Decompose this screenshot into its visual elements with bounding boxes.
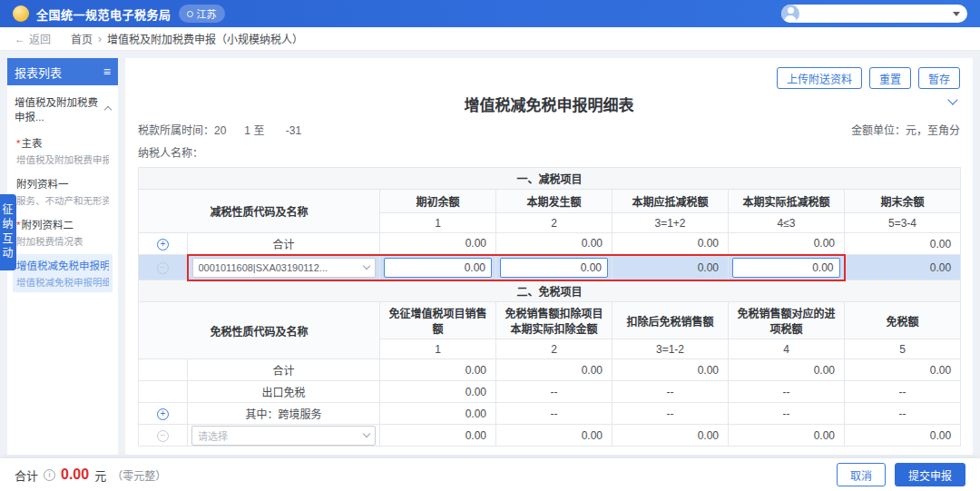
sidebar-body: 增值税及附加税费申报... *主表 增值税及附加税费申报表 附列资料一 服务、不…	[7, 85, 118, 302]
section-title: 二、免税项目	[139, 280, 961, 302]
column-header: 免税销售额扣除项目本期实际扣除金额	[496, 302, 612, 339]
tax-period: 税款所属时间：20 1 至 -31	[138, 122, 301, 137]
sidebar-toggle-icon[interactable]	[103, 64, 111, 79]
toolbar: 上传附送资料 重置 暂存	[138, 67, 960, 89]
table-cell: --	[612, 403, 729, 425]
table-cell: 0.00	[496, 233, 612, 255]
exemption-export-row: 出口免税 0.00 -- -- -- --	[139, 381, 961, 403]
ending-balance-cell: 0.00	[845, 255, 961, 280]
user-account-selector[interactable]	[781, 5, 967, 23]
table-cell: --	[845, 403, 961, 425]
table-cell: 0.00	[496, 425, 612, 447]
table-cell: --	[496, 403, 612, 425]
collapse-row-icon[interactable]: −	[157, 262, 169, 274]
table-cell: 0.00	[729, 425, 845, 447]
location-pin-icon	[187, 11, 193, 17]
footer-total: 合计 0.00 元 （零元整）	[15, 466, 166, 484]
exemption-name-header: 免税性质代码及名称	[139, 302, 380, 359]
table-cell: 0.00	[380, 233, 496, 255]
table-cell: --	[845, 381, 961, 403]
tax-period-value: 20 1 至 -31	[214, 124, 301, 137]
sidebar-item-appendix-1[interactable]: 附列资料一 服务、不动产和无形资产扣.	[13, 172, 113, 211]
column-index: 2	[496, 339, 612, 359]
cancel-button[interactable]: 取消	[837, 463, 886, 486]
footer-total-value: 0.00	[61, 466, 89, 483]
select-placeholder: 请选择	[198, 428, 228, 443]
exemption-header-row: 免税性质代码及名称 免征增值税项目销售额 免税销售额扣除项目本期实际扣除金额 扣…	[139, 302, 961, 339]
sidebar-item-title: 附列资料二	[21, 220, 74, 231]
section-title: 一、减税项目	[139, 168, 961, 190]
reduction-detail-row: − 0001011608|SXA03190112... 0.00 0.00	[139, 255, 961, 280]
submit-button[interactable]: 提交申报	[895, 463, 965, 486]
sidebar-title: 报表列表	[15, 64, 62, 81]
collapse-row-icon[interactable]: −	[157, 430, 169, 442]
required-asterisk: *	[16, 138, 20, 149]
column-header: 免征增值税项目销售额	[380, 302, 496, 339]
reset-button[interactable]: 重置	[869, 67, 911, 89]
column-header: 免税销售额对应的进项税额	[729, 302, 845, 339]
column-header: 免税额	[845, 302, 961, 339]
expand-row-icon[interactable]: +	[157, 239, 169, 250]
exemption-select-row: − 请选择 0.00 0.00 0.00 0.00 0.00	[139, 425, 961, 447]
info-icon[interactable]	[44, 469, 55, 481]
tax-period-label: 税款所属时间：	[138, 124, 214, 137]
section-header-exemption: 二、免税项目	[139, 280, 961, 302]
column-index: 3=1+2	[612, 213, 729, 233]
page-footer: 合计 0.00 元 （零元整） 取消 提交申报	[0, 458, 980, 491]
table-cell: 0.00	[612, 359, 729, 381]
table-cell: --	[729, 381, 845, 403]
deductible-amount-cell: 0.00	[612, 255, 729, 280]
amount-unit-note: 金额单位：元，至角分	[851, 122, 960, 137]
back-link[interactable]: 返回	[15, 31, 51, 46]
sidebar-item-appendix-2[interactable]: *附列资料二 附加税费情况表	[13, 213, 113, 251]
column-header: 期初余额	[380, 190, 496, 213]
column-header: 本期发生额	[496, 190, 612, 213]
declaration-table: 一、减税项目 减税性质代码及名称 期初余额 本期发生额 本期应抵减税额 本期实际…	[138, 167, 961, 447]
sidebar-item-reduction-detail[interactable]: 增值税减免税申报明... 增值税减免税申报明细表	[13, 254, 113, 292]
user-avatar-icon	[781, 5, 799, 23]
interaction-side-tab[interactable]: 征纳互动	[0, 194, 16, 270]
select-caret-icon	[363, 430, 370, 437]
select-caret-icon	[363, 262, 370, 270]
top-header: 全国统一规范电子税务局 江苏	[0, 0, 980, 27]
table-cell: 0.00	[612, 233, 729, 255]
upload-attachment-button[interactable]: 上传附送资料	[777, 67, 862, 89]
breadcrumb: 返回 首页 › 增值税及附加税费申报（小规模纳税人）	[0, 27, 980, 51]
initial-balance-input[interactable]	[384, 258, 492, 278]
region-badge[interactable]: 江苏	[179, 5, 225, 23]
form-title: 增值税减免税申报明细表	[465, 97, 634, 114]
sidebar-item-main-form[interactable]: *主表 增值税及附加税费申报表	[13, 132, 113, 170]
exemption-code-select[interactable]: 请选择	[191, 426, 376, 446]
table-cell: 0.00	[845, 425, 961, 447]
row-label: 其中：跨境服务	[188, 403, 380, 425]
actual-deducted-input[interactable]	[732, 258, 840, 278]
table-cell: 0.00	[612, 425, 729, 447]
sidebar-item-subtitle: 服务、不动产和无形资产扣.	[16, 193, 109, 207]
sidebar-item-title: 增值税减免税申报明...	[16, 258, 109, 272]
back-label: 返回	[29, 31, 51, 46]
reduction-code-select[interactable]: 0001011608|SXA03190112...	[192, 258, 377, 278]
table-cell: 0.00	[729, 233, 845, 255]
row-label: 出口免税	[188, 381, 380, 403]
save-draft-button[interactable]: 暂存	[918, 67, 960, 89]
column-index: 5=3-4	[845, 213, 961, 233]
reduction-header-row: 减税性质代码及名称 期初余额 本期发生额 本期应抵减税额 本期实际抵减税额 期末…	[139, 190, 961, 213]
dropdown-caret-icon	[953, 12, 960, 16]
sidebar-group-vat-declaration[interactable]: 增值税及附加税费申报...	[13, 93, 113, 132]
column-header: 扣除后免税销售额	[612, 302, 729, 339]
taxpayer-row: 纳税人名称：	[138, 144, 960, 160]
column-index: 3=1-2	[612, 339, 729, 359]
row-label: 合计	[188, 359, 380, 381]
form-meta-row: 税款所属时间：20 1 至 -31 金额单位：元，至角分	[138, 122, 960, 137]
app-title: 全国统一规范电子税务局	[36, 5, 172, 23]
collapse-form-chevron-icon[interactable]	[947, 94, 957, 104]
breadcrumb-home[interactable]: 首页	[71, 31, 93, 46]
header-left: 全国统一规范电子税务局 江苏	[13, 5, 225, 23]
column-header: 本期应抵减税额	[612, 190, 729, 213]
expand-row-icon[interactable]: +	[157, 408, 169, 420]
current-amount-input[interactable]	[500, 258, 608, 278]
column-index: 2	[496, 213, 612, 233]
table-cell: 0.00	[380, 359, 496, 381]
required-asterisk: *	[16, 220, 20, 231]
section-header-reduction: 一、减税项目	[139, 168, 961, 190]
